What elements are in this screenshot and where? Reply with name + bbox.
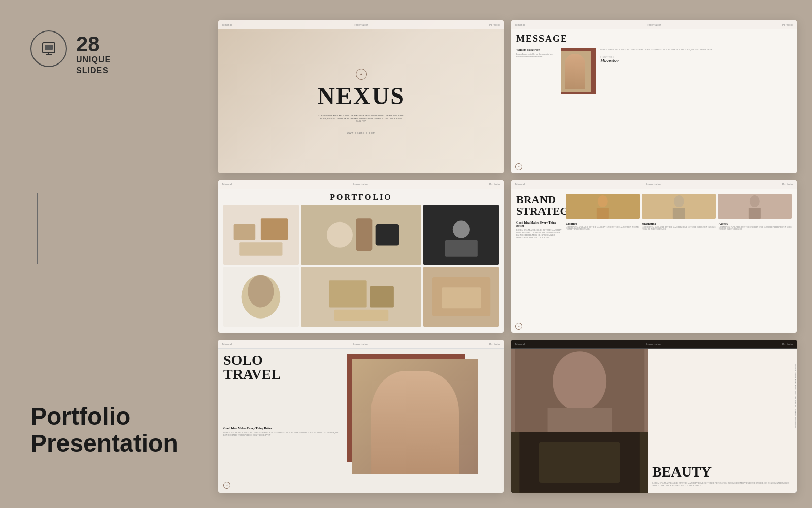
slide3-nav-left: Minimal bbox=[222, 183, 232, 186]
beauty-left bbox=[511, 349, 648, 493]
slide3-content: PORTFOLIO bbox=[218, 189, 504, 333]
brand-col-3: Agency LOREM IPSUM AVAILABLE, BUT THE MA… bbox=[719, 222, 792, 231]
slide5-header: Minimal Presentation Portfolio bbox=[218, 340, 504, 349]
bottom-title-text: Portfolio Presentation bbox=[30, 403, 193, 457]
beauty-photo1 bbox=[511, 349, 648, 435]
svg-rect-1 bbox=[45, 45, 53, 50]
slide6-content: LOREM IPSUM AVAILABLE, BUT THE MAJORITY … bbox=[511, 349, 797, 493]
photo-inner bbox=[561, 51, 591, 92]
left-panel: 28 UNIQUE SLIDES Portfolio Presentation bbox=[0, 0, 213, 508]
slide4-nav-left: Minimal bbox=[515, 183, 525, 186]
slide-beauty: Minimal Presentation Portfolio LOREM IPS… bbox=[511, 340, 797, 493]
travel-person-silhouette bbox=[371, 371, 459, 474]
slides-grid: Minimal Presentation Portfolio NEXUS LOR… bbox=[213, 15, 802, 498]
slide2-header: Minimal Presentation Portfolio bbox=[511, 20, 797, 29]
message-right: LOREM IPSUM AVAILABLE, BUT THE MAJORITY … bbox=[600, 48, 792, 94]
col2-text: LOREM IPSUM AVAILABLE, BUT THE MAJORITY … bbox=[642, 226, 715, 231]
svg-rect-8 bbox=[356, 218, 372, 251]
slide2-brand-icon bbox=[515, 163, 522, 170]
slide5-nav-left: Minimal bbox=[222, 343, 232, 346]
brand-col-1: Creative LOREM IPSUM AVAILABLE, BUT THE … bbox=[566, 222, 639, 231]
slide6-header: Minimal Presentation Portfolio bbox=[511, 340, 797, 349]
svg-rect-14 bbox=[329, 280, 367, 307]
slide-portfolio: Minimal Presentation Portfolio PORTFOLIO bbox=[218, 180, 504, 333]
svg-rect-29 bbox=[539, 442, 620, 483]
slide4-content: BRAND STRATEGY Good Idea Makes Every Thi… bbox=[511, 189, 797, 333]
slide6-nav-center: Presentation bbox=[646, 343, 662, 346]
col3-title: Agency bbox=[719, 222, 792, 225]
svg-rect-15 bbox=[370, 286, 394, 308]
portfolio-title: PORTFOLIO bbox=[223, 193, 499, 202]
slide6-nav-left: Minimal bbox=[515, 343, 525, 346]
message-body: Wilkins Micawber Lorem Ipsum available, … bbox=[516, 48, 792, 94]
nexus-subtitle: LOREM IPSUM AVAILABLE, BUT THE MAJORITY … bbox=[316, 114, 407, 123]
badge-label-line1: UNIQUE bbox=[76, 55, 111, 66]
brand-photo-3 bbox=[718, 194, 792, 219]
col1-text: LOREM IPSUM AVAILABLE, BUT THE MAJORITY … bbox=[566, 226, 639, 231]
travel-text-area: Good Idea Makes Every Thing Better LOREM… bbox=[223, 427, 342, 436]
nexus-url: www.example.com bbox=[347, 131, 376, 134]
beauty-desc: LOREM IPSUM AVAILABLE, BUT THE MAJORITY … bbox=[652, 482, 793, 487]
badge-label-line2: SLIDES bbox=[76, 66, 111, 76]
portfolio-item-1 bbox=[223, 205, 299, 265]
svg-rect-11 bbox=[445, 240, 478, 256]
slide-travel: Minimal Presentation Portfolio SOLO TRAV… bbox=[218, 340, 504, 493]
message-left: Wilkins Micawber Lorem Ipsum available, … bbox=[516, 48, 557, 94]
svg-point-19 bbox=[598, 195, 608, 207]
brand-col-2: Marketing LOREM IPSUM AVAILABLE, BUT THE… bbox=[642, 222, 715, 231]
signature-name: Micawber bbox=[600, 58, 792, 64]
slide1-nav-center: Presentation bbox=[353, 23, 369, 26]
slide1-nav-right: Portfolio bbox=[489, 23, 500, 26]
presentation-icon bbox=[30, 30, 67, 67]
brand-photo-1 bbox=[566, 194, 640, 219]
signature-area: SIGNATURE Micawber bbox=[600, 56, 792, 64]
person-desc: Lorem Ipsum available, but the majority … bbox=[516, 53, 557, 58]
svg-point-13 bbox=[248, 275, 274, 308]
slide3-header: Minimal Presentation Portfolio bbox=[218, 180, 504, 189]
portfolio-item-2 bbox=[301, 205, 422, 265]
slide-brand: Minimal Presentation Portfolio BRAND STR… bbox=[511, 180, 797, 333]
brand-photos bbox=[566, 194, 792, 219]
travel-desc: LOREM IPSUM AVAILABLE, BUT THE MAJORITY … bbox=[223, 431, 342, 436]
slide6-nav-right: Portfolio bbox=[782, 343, 793, 346]
badge-number: 28 bbox=[76, 34, 111, 55]
brand-right: Creative LOREM IPSUM AVAILABLE, BUT THE … bbox=[566, 194, 792, 329]
travel-title: SOLO TRAVEL bbox=[223, 353, 342, 382]
portfolio-grid bbox=[223, 205, 499, 327]
slide1-nav-left: Minimal bbox=[222, 23, 232, 26]
beauty-title: BEAUTY bbox=[652, 465, 793, 479]
travel-photo bbox=[352, 359, 478, 474]
message-photo bbox=[561, 48, 596, 94]
slide1-content: NEXUS LOREM IPSUM AVAILABLE, BUT THE MAJ… bbox=[218, 29, 504, 173]
nexus-icon bbox=[356, 69, 367, 80]
slide5-nav-center: Presentation bbox=[353, 343, 369, 346]
slide3-nav-center: Presentation bbox=[353, 183, 369, 186]
col1-title: Creative bbox=[566, 222, 639, 225]
slide4-nav-center: Presentation bbox=[646, 183, 662, 186]
svg-point-10 bbox=[453, 220, 470, 238]
slide2-nav-left: Minimal bbox=[515, 23, 525, 26]
svg-point-21 bbox=[674, 195, 684, 207]
slide3-nav-right: Portfolio bbox=[489, 183, 500, 186]
travel-subtitle: Good Idea Makes Every Thing Better bbox=[223, 427, 342, 430]
travel-right bbox=[347, 349, 504, 493]
slide1-header: Minimal Presentation Portfolio bbox=[218, 20, 504, 29]
svg-rect-5 bbox=[261, 218, 288, 240]
svg-rect-24 bbox=[749, 208, 761, 219]
svg-rect-22 bbox=[673, 208, 685, 219]
badge-area: 28 UNIQUE SLIDES bbox=[30, 30, 193, 76]
beauty-photo2 bbox=[511, 432, 648, 493]
slide5-nav-right: Portfolio bbox=[489, 343, 500, 346]
travel-icon bbox=[223, 482, 230, 489]
slide5-content: SOLO TRAVEL Good Idea Makes Every Thing … bbox=[218, 349, 504, 493]
beauty-right: LOREM IPSUM AVAILABLE, BUT THE MAJORITY … bbox=[648, 349, 797, 493]
brand-columns: Creative LOREM IPSUM AVAILABLE, BUT THE … bbox=[566, 222, 792, 231]
message-title: MESSAGE bbox=[516, 34, 792, 44]
col3-text: LOREM IPSUM AVAILABLE, BUT THE MAJORITY … bbox=[719, 226, 792, 231]
svg-rect-20 bbox=[597, 208, 609, 219]
badge-text: 28 UNIQUE SLIDES bbox=[76, 30, 111, 76]
slide-message: Minimal Presentation Portfolio MESSAGE W… bbox=[511, 20, 797, 173]
beauty-side-text: LOREM IPSUM AVAILABLE, BUT THE MAJORITY … bbox=[794, 364, 797, 428]
portfolio-item-3 bbox=[423, 205, 499, 265]
svg-point-26 bbox=[553, 352, 606, 412]
